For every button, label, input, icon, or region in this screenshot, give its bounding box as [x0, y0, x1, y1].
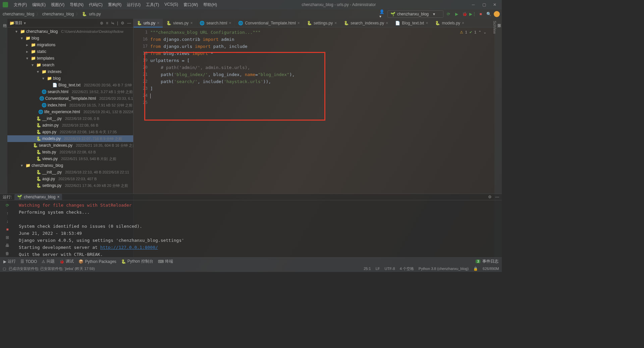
run-button[interactable]: ▶ [453, 11, 460, 17]
chevron-icon[interactable]: ▾ [32, 63, 35, 67]
tree-row[interactable]: 🐍admin.py2022/6/18 22:08, 66 B [7, 122, 133, 129]
python-console-tab[interactable]: 🐍Python 控制台 [121, 259, 153, 264]
tree-row[interactable]: ▸📁static [7, 48, 133, 55]
indicator-icon[interactable]: ▢ [3, 267, 6, 271]
file-encoding[interactable]: UTF-8 [384, 267, 395, 271]
debug-button[interactable]: 🐞 [462, 11, 468, 17]
menu-code[interactable]: 代码(C) [87, 1, 105, 9]
tree-row[interactable]: 🌐Conventional_Template.html2022/6/20 20:… [7, 95, 133, 102]
tree-row[interactable]: 🌐index.html2022/6/20 16:15, 7.91 kB 52 分… [7, 102, 133, 109]
code-line[interactable]: # path('admin/', admin.site.urls), [150, 64, 494, 71]
print-icon[interactable]: 🖶 [4, 242, 10, 249]
menu-file[interactable]: 文件(F) [11, 1, 29, 9]
menu-view[interactable]: 视图(V) [49, 1, 67, 9]
line-separator[interactable]: LF [376, 267, 380, 271]
chevron-icon[interactable]: ▾ [37, 69, 40, 74]
tree-row[interactable]: 🐍asgi.py2022/6/18 22:03, 407 B [7, 176, 133, 182]
chevron-icon[interactable]: ▾ [21, 163, 24, 168]
chevron-icon[interactable]: ▾ [15, 29, 19, 34]
chevron-up-icon[interactable]: ⌃ [478, 29, 481, 36]
editor-tab[interactable]: 🌐Conventional_Template.html× [235, 19, 303, 27]
tree-row[interactable]: ▾📁templates [7, 55, 133, 62]
locate-icon[interactable]: ⊕ [100, 21, 103, 25]
chevron-icon[interactable]: ▸ [26, 49, 30, 54]
code-line[interactable]: """chenzhanxu_blog URL Configuration..."… [150, 29, 494, 36]
editor-tab[interactable]: 🐍search_indexes.py× [340, 19, 392, 27]
menu-refactor[interactable]: 重构(R) [106, 1, 124, 9]
breadcrumb-item[interactable]: urls.py [89, 12, 101, 16]
down-icon[interactable]: ↓ [4, 218, 10, 224]
run-configuration-select[interactable]: 🌱 chenzhanxu_blog ▾ [387, 10, 443, 18]
editor-tab[interactable]: 🐍views.py× [163, 19, 196, 27]
close-icon[interactable]: × [57, 195, 59, 199]
rerun-button[interactable]: ⟳ [445, 11, 451, 17]
close-icon[interactable]: × [229, 21, 231, 25]
tree-row[interactable]: ▾📁chenzhanxu_blog [7, 162, 133, 169]
cursor-position[interactable]: 25:1 [364, 267, 371, 271]
tree-row[interactable]: ▸📁migrations [7, 42, 133, 48]
collapse-all-icon[interactable]: ≒ [111, 21, 114, 25]
code-line[interactable] [150, 92, 494, 99]
code-line[interactable]: from django.urls import path, include [150, 43, 494, 50]
chevron-icon[interactable]: ▾ [42, 76, 46, 81]
close-icon[interactable]: × [334, 21, 337, 25]
tree-row[interactable]: 🐍views.py2022/6/21 18:53, 540 B 片刻 之前 [7, 155, 133, 162]
tree-row[interactable]: 🐍search_indexes.py2022/6/21 18:35, 604 B… [7, 142, 133, 149]
menu-navigate[interactable]: 导航(N) [67, 1, 86, 9]
indent-setting[interactable]: 4 个空格 [400, 266, 414, 271]
close-icon[interactable]: × [462, 21, 464, 25]
settings-icon[interactable]: ⚙ [121, 21, 124, 25]
menu-help[interactable]: 帮助(H) [201, 1, 219, 9]
stop-button[interactable]: ■ [4, 226, 10, 232]
tree-row[interactable]: ▾📁indexes [7, 68, 133, 75]
problems-tool-tab[interactable]: ⚠问题 [42, 259, 55, 264]
tree-row[interactable]: 🌐life_experience.html2022/6/19 20:41, 13… [7, 109, 133, 115]
tree-row[interactable]: 🐍__init__.py2022/6/18 22:08, 0 B [7, 115, 133, 122]
tree-row[interactable]: 🐍__init__.py2022/6/18 22:10, 48 B 2022/6… [7, 169, 133, 176]
settings-icon[interactable]: ⚙ [488, 195, 492, 199]
inspection-widget[interactable]: ⚠1 ✔1 ⌃ ⌄ [460, 29, 486, 36]
run-console-output[interactable]: Watching for file changes with StatReloa… [16, 200, 502, 259]
close-icon[interactable]: ✕ [492, 2, 497, 7]
code-line[interactable]: from django.contrib import admin [150, 36, 494, 43]
terminal-tab[interactable]: ⌨终端 [158, 259, 173, 264]
python-packages-tab[interactable]: 📦Python Packages [78, 259, 116, 264]
tree-row[interactable]: 🐍models.py2022/6/19 22:07, 716 B 9 分钟 之前 [7, 135, 133, 142]
editor-tab[interactable]: 🌐search.html× [196, 19, 235, 27]
expand-all-icon[interactable]: ≡ [106, 21, 108, 25]
code-line[interactable]: path('blog_index/', blog_index, name="bl… [150, 71, 494, 78]
delete-icon[interactable]: 🗑 [4, 251, 10, 257]
menu-tools[interactable]: 工具(T) [144, 1, 161, 9]
tree-row[interactable]: ▾📁chenzhanxu_blogC:\Users\Administrator\… [7, 28, 133, 35]
tree-row[interactable]: 🌐search.html2022/6/21 18:52, 3.27 kB 1 分… [7, 88, 133, 95]
code-line[interactable]: urlpatterns = [ [150, 57, 494, 64]
run-more-button[interactable]: ▶⋮ [470, 11, 476, 17]
hide-icon[interactable]: — [127, 21, 131, 25]
tree-row[interactable]: ▾📁blog [7, 35, 133, 42]
up-icon[interactable]: ↑ [4, 210, 10, 216]
code-line[interactable]: ] [150, 85, 494, 92]
server-url-link[interactable]: http://127.0.0.1:8000/ [100, 245, 158, 250]
chevron-icon[interactable]: ▾ [21, 36, 24, 41]
add-user-icon[interactable]: 👤▾ [379, 11, 385, 17]
profile-avatar-icon[interactable] [494, 11, 500, 17]
tree-row[interactable]: 🐍tests.py2022/6/18 22:08, 63 B [7, 149, 133, 155]
editor-tab[interactable]: 📄Blog_text.txt× [392, 19, 432, 27]
maximize-icon[interactable]: ▢ [482, 2, 486, 7]
editor-tab[interactable]: 🐍urls.py× [133, 19, 163, 27]
layout-icon[interactable]: ⊞ [4, 234, 10, 240]
code-line[interactable]: from blog.views import * [150, 50, 494, 57]
menu-window[interactable]: 窗口(W) [181, 1, 200, 9]
menu-run[interactable]: 运行(U) [124, 1, 143, 9]
close-icon[interactable]: × [426, 21, 428, 25]
tree-row[interactable]: 📄Blog_text.txt2022/6/20 20:56, 49 B 7 分钟 [7, 82, 133, 88]
close-icon[interactable]: × [298, 21, 300, 25]
close-icon[interactable]: × [386, 21, 388, 25]
python-interpreter[interactable]: Python 3.8 (chenzhanxu_blog) [419, 267, 469, 271]
editor-tab[interactable]: 🐍models.py× [432, 19, 468, 27]
menu-vcs[interactable]: VCS(S) [162, 1, 180, 9]
search-everywhere-icon[interactable]: 🔍 [486, 11, 492, 17]
tree-row[interactable]: 🐍apps.py2022/6/18 22:08, 146 B 今天 17:35 [7, 129, 133, 135]
menu-edit[interactable]: 编辑(E) [30, 1, 48, 9]
tree-row[interactable]: ▾📁blog [7, 75, 133, 82]
